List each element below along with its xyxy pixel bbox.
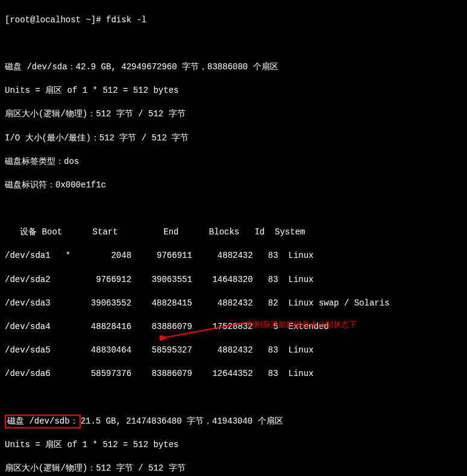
blank — [5, 392, 462, 404]
terminal-output: [root@localhost ~]# fdisk -l 磁盘 /dev/sda… — [0, 0, 467, 476]
sdb-rest: 21.5 GB, 21474836480 字节，41943040 个扇区 — [81, 416, 283, 426]
sda-header: 磁盘 /dev/sda：42.9 GB, 42949672960 字节，8388… — [5, 61, 462, 74]
sda-io: I/O 大小(最小/最佳)：512 字节 / 512 字节 — [5, 133, 462, 145]
partition-row: /dev/sda3 39063552 48828415 4882432 82 L… — [5, 298, 462, 310]
sda-units: Units = 扇区 of 1 * 512 = 512 bytes — [5, 85, 462, 97]
sdb-line: 磁盘 /dev/sdb：21.5 GB, 21474836480 字节，4194… — [5, 416, 462, 428]
prompt-line: [root@localhost ~]# fdisk -l — [5, 14, 462, 27]
partition-row: /dev/sda5 48830464 58595327 4882432 83 L… — [5, 345, 462, 357]
blank — [5, 38, 462, 50]
sdb-sector: 扇区大小(逻辑/物理)：512 字节 / 512 字节 — [5, 463, 462, 475]
sda-label: 磁盘标签类型：dos — [5, 156, 462, 168]
annotation-text: 刚刚新添加的磁盘未分配状态下 — [247, 319, 357, 330]
sda-ident: 磁盘标识符：0x000e1f1c — [5, 180, 462, 192]
partition-row: /dev/sda6 58597376 83886079 12644352 83 … — [5, 368, 462, 380]
partition-row: /dev/sda2 9766912 39063551 14648320 83 L… — [5, 274, 462, 286]
blank — [5, 203, 462, 215]
sdb-units: Units = 扇区 of 1 * 512 = 512 bytes — [5, 439, 462, 451]
sda-sector: 扇区大小(逻辑/物理)：512 字节 / 512 字节 — [5, 108, 462, 121]
partition-row: /dev/sda1 * 2048 9766911 4882432 83 Linu… — [5, 250, 462, 262]
partition-row: /dev/sda4 48828416 83886079 17528832 5 E… — [5, 321, 462, 333]
partition-table-header: 设备 Boot Start End Blocks Id System — [5, 227, 462, 239]
sdb-highlight: 磁盘 /dev/sdb： — [5, 415, 81, 429]
